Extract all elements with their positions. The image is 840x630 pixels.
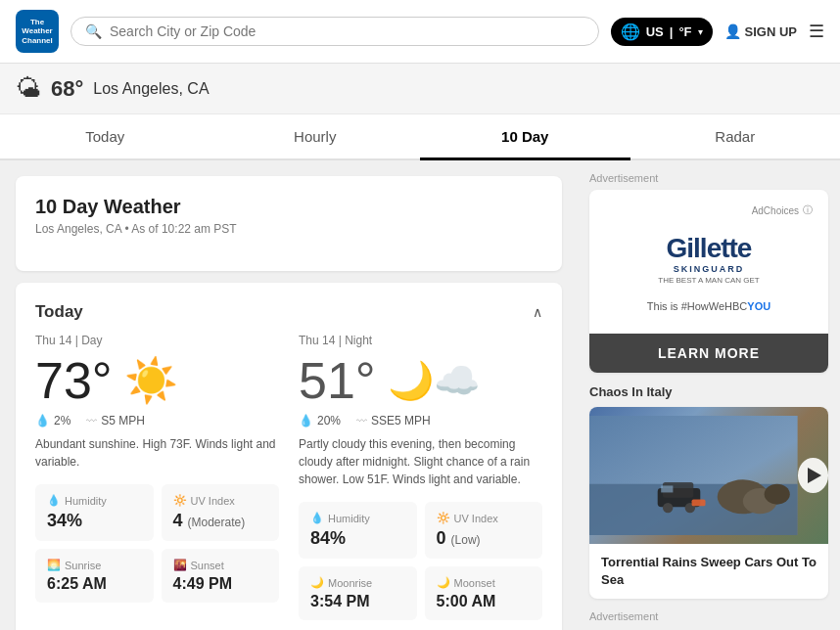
night-column: Thu 14 | Night 51° 🌙☁️ 💧 20% 〰 SSE5 MPH xyxy=(299,334,542,630)
uv-icon: 🔆 xyxy=(173,494,187,507)
svg-point-4 xyxy=(765,484,790,505)
hamburger-icon[interactable]: ☰ xyxy=(809,21,824,42)
sunrise-label: 🌅 Sunrise xyxy=(47,559,142,571)
tab-today[interactable]: Today xyxy=(0,114,210,158)
hashtag-highlight: YOU xyxy=(747,300,770,312)
sunset-icon: 🌇 xyxy=(173,559,187,571)
chevron-down-icon: ▾ xyxy=(698,26,703,37)
current-temp: 68° xyxy=(51,76,83,102)
moonset-value: 5:00 AM xyxy=(437,593,532,610)
night-uv-card: 🔆 UV Index 0 (Low) xyxy=(425,502,543,559)
day-precip-pct: 2% xyxy=(54,414,70,428)
day-weather-icon: ☀️ xyxy=(124,355,178,406)
main-layout: 10 Day Weather Los Angeles, CA • As of 1… xyxy=(0,160,840,630)
learn-more-button[interactable]: LEARN MORE xyxy=(589,334,828,373)
ad-card-1: AdChoices ⓘ Gillette SKINGUARD THE BEST … xyxy=(589,190,828,373)
humidity-icon: 💧 xyxy=(47,494,61,507)
10day-header-card: 10 Day Weather Los Angeles, CA • As of 1… xyxy=(16,176,562,271)
ad-inner-1: AdChoices ⓘ Gillette SKINGUARD THE BEST … xyxy=(589,190,828,334)
gillette-logo-area: Gillette SKINGUARD THE BEST A MAN CAN GE… xyxy=(605,225,813,292)
search-icon: 🔍 xyxy=(85,23,102,39)
today-header: Today ∧ xyxy=(35,302,542,322)
day-uv-label: 🔆 UV Index xyxy=(173,494,268,507)
ad-label-2: Advertisement xyxy=(589,610,828,622)
day-humidity-label: 💧 Humidity xyxy=(47,494,142,507)
current-city: Los Angeles, CA xyxy=(93,80,209,98)
night-precip: 💧 20% xyxy=(299,414,341,428)
region-text: US xyxy=(646,24,664,39)
search-input[interactable] xyxy=(110,23,584,39)
sunrise-icon: 🌅 xyxy=(47,559,61,571)
night-weather-icon: 🌙☁️ xyxy=(388,359,480,402)
night-humidity-value: 84% xyxy=(310,528,405,549)
night-wind-val: SSE5 MPH xyxy=(371,414,431,428)
play-triangle-icon xyxy=(808,468,821,483)
header-right: 🌐 US | °F ▾ 👤 SIGN UP ☰ xyxy=(611,18,824,46)
sign-up-button[interactable]: 👤 SIGN UP xyxy=(724,23,797,39)
day-uv-card: 🔆 UV Index 4 (Moderate) xyxy=(162,484,280,541)
hashtag-prefix: This is #HowWeHBC xyxy=(647,300,748,312)
app-logo[interactable]: TheWeatherChannel xyxy=(16,10,59,53)
current-weather-icon: 🌤 xyxy=(16,73,41,104)
region-unit-button[interactable]: 🌐 US | °F ▾ xyxy=(611,18,713,46)
night-precip-wind: 💧 20% 〰 SSE5 MPH xyxy=(299,414,542,428)
uv-icon2: 🔆 xyxy=(437,512,450,524)
today-card: Today ∧ Thu 14 | Day 73° ☀️ 💧 2% xyxy=(16,283,562,630)
sunset-value: 4:49 PM xyxy=(173,575,268,593)
tab-radar[interactable]: Radar xyxy=(630,114,841,158)
night-humidity-label: 💧 Humidity xyxy=(310,512,405,524)
gillette-sub: SKINGUARD xyxy=(605,264,813,274)
ad-choices-label: AdChoices xyxy=(752,205,799,216)
ad-label-1: Advertisement xyxy=(589,172,828,184)
moonset-card: 🌙 Moonset 5:00 AM xyxy=(425,566,543,620)
page-title: 10 Day Weather xyxy=(35,196,542,218)
header: TheWeatherChannel 🔍 🌐 US | °F ▾ 👤 SIGN U… xyxy=(0,0,840,64)
day-uv-desc: (Moderate) xyxy=(188,516,246,529)
moonset-icon: 🌙 xyxy=(437,576,450,589)
play-button[interactable] xyxy=(798,458,828,493)
news-label: Chaos In Italy xyxy=(589,384,828,399)
night-stats-grid: 💧 Humidity 84% 🔆 UV Index 0 xyxy=(299,502,542,559)
moonrise-label: 🌙 Moonrise xyxy=(310,576,405,589)
sidebar: Advertisement AdChoices ⓘ Gillette SKING… xyxy=(578,160,840,630)
moonrise-value: 3:54 PM xyxy=(310,593,405,610)
night-temp-row: 51° 🌙☁️ xyxy=(299,355,542,406)
sunset-card: 🌇 Sunset 4:49 PM xyxy=(162,549,280,603)
search-bar[interactable]: 🔍 xyxy=(70,17,599,46)
globe-icon: 🌐 xyxy=(621,22,640,41)
moonset-label: 🌙 Moonset xyxy=(437,576,532,589)
sunrise-value: 6:25 AM xyxy=(47,575,142,593)
day-humidity-card: 💧 Humidity 34% xyxy=(35,484,154,541)
ad-choices[interactable]: AdChoices ⓘ xyxy=(605,203,813,217)
svg-rect-10 xyxy=(692,499,706,506)
night-uv-value: 0 (Low) xyxy=(437,528,532,549)
unit-text: °F xyxy=(678,24,691,39)
news-section: Chaos In Italy xyxy=(589,384,828,599)
unit-separator: | xyxy=(670,24,674,39)
user-icon: 👤 xyxy=(724,23,741,39)
moonrise-card: 🌙 Moonrise 3:54 PM xyxy=(299,566,417,620)
day-humidity-value: 34% xyxy=(47,511,142,531)
day-precip: 💧 2% xyxy=(35,414,70,428)
tab-10day[interactable]: 10 Day xyxy=(420,114,630,158)
day-temp-row: 73° ☀️ xyxy=(35,355,279,406)
svg-rect-9 xyxy=(661,485,673,492)
day-night-grid: Thu 14 | Day 73° ☀️ 💧 2% 〰 S5 MPH xyxy=(35,334,542,630)
day-description: Abundant sunshine. High 73F. Winds light… xyxy=(35,435,279,471)
news-card[interactable]: Torrential Rains Sweep Cars Out To Sea xyxy=(589,407,828,599)
chevron-up-icon[interactable]: ∧ xyxy=(533,304,542,320)
night-uv-label: 🔆 UV Index xyxy=(437,512,532,524)
day-temp: 73° xyxy=(35,355,113,406)
news-caption: Torrential Rains Sweep Cars Out To Sea xyxy=(589,544,828,599)
hashtag-text: This is #HowWeHBCYOU xyxy=(605,300,813,312)
sunset-label: 🌇 Sunset xyxy=(173,559,268,571)
tab-hourly[interactable]: Hourly xyxy=(210,114,421,158)
wind-icon2: 〰 xyxy=(356,415,367,427)
gillette-name: Gillette xyxy=(605,233,813,264)
day-column: Thu 14 | Day 73° ☀️ 💧 2% 〰 S5 MPH xyxy=(35,334,279,630)
day-precip-wind: 💧 2% 〰 S5 MPH xyxy=(35,414,279,428)
humidity-icon2: 💧 xyxy=(310,512,324,524)
today-label: Today xyxy=(35,302,83,322)
night-precip-pct: 20% xyxy=(317,414,341,428)
day-wind: 〰 S5 MPH xyxy=(86,414,145,428)
